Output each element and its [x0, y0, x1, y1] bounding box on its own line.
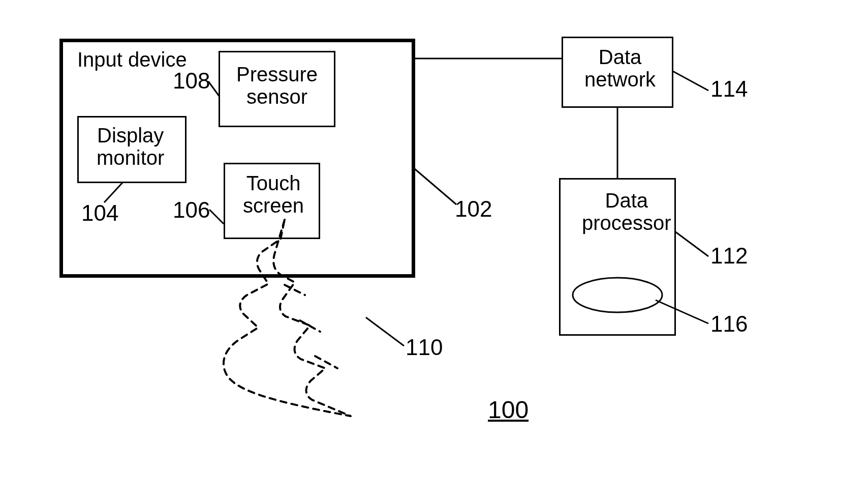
ref-104: 104 — [81, 200, 118, 226]
svg-line-8 — [675, 231, 708, 256]
ref-110: 110 — [406, 335, 443, 360]
display-monitor-label: Display monitor — [97, 124, 164, 169]
ref-112: 112 — [710, 243, 748, 269]
touch-screen-label: Touch screen — [243, 172, 304, 217]
pressure-sensor-label: Pressure sensor — [236, 63, 318, 108]
svg-line-5 — [415, 169, 456, 204]
data-processor-label: Data processor — [582, 189, 671, 234]
svg-line-6 — [366, 317, 404, 346]
ref-114: 114 — [710, 76, 748, 102]
ref-102: 102 — [455, 196, 492, 222]
ref-116: 116 — [710, 311, 748, 337]
ref-figure-100: 100 — [488, 396, 529, 424]
svg-line-7 — [673, 71, 708, 91]
ref-108: 108 — [173, 68, 210, 94]
ref-106: 106 — [173, 197, 210, 223]
diagram-stage: Input device Display monitor Pressure se… — [0, 0, 868, 499]
input-device-title: Input device — [77, 48, 187, 71]
data-network-label: Data network — [584, 46, 656, 91]
